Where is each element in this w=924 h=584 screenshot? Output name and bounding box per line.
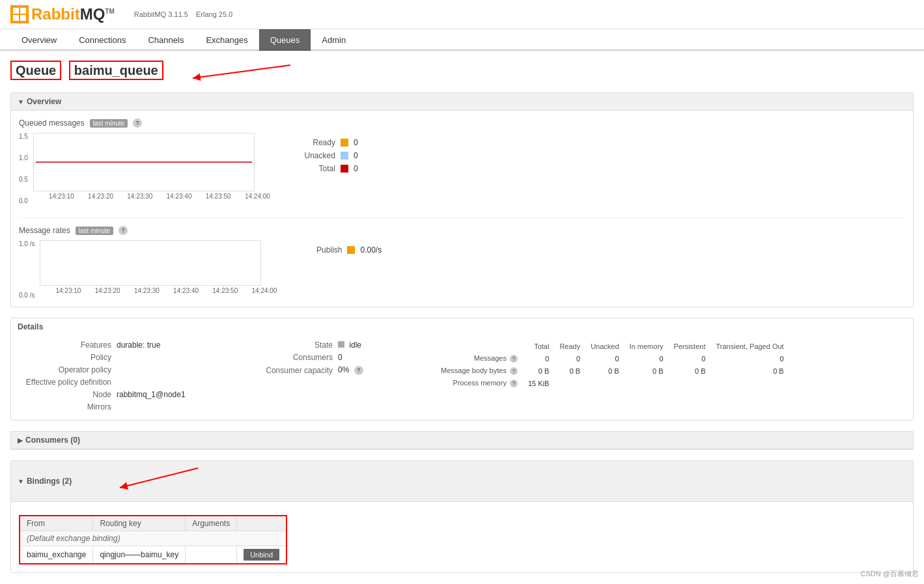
consumer-capacity-label: Consumer capacity <box>240 366 338 375</box>
overview-label: Overview <box>27 97 61 106</box>
queued-messages-x-labels: 14:23:10 14:23:20 14:23:30 14:23:40 14:2… <box>49 193 270 200</box>
nav-queues[interactable]: Queues <box>259 29 311 51</box>
effective-policy-label: Effective policy definition <box>19 378 117 387</box>
legend-ready: Ready 0 <box>296 138 358 147</box>
node-row: Node rabbitmq_1@node1 <box>19 390 214 399</box>
x-label-0: 14:23:10 <box>49 193 74 200</box>
bytes-unacked: 0 B <box>585 365 624 377</box>
header: RabbitMQTM RabbitMQ 3.11.5 Erlang 25.0 <box>0 0 924 29</box>
mr-x-1: 14:23:20 <box>95 287 120 294</box>
consumer-capacity-help[interactable]: ? <box>354 366 363 375</box>
features-row: Features durable: true <box>19 341 214 350</box>
bindings-section-header[interactable]: ▼ Bindings (2) <box>11 461 913 502</box>
msg-unacked: 0 <box>585 352 624 365</box>
consumers-label: Consumers <box>240 353 338 362</box>
process-memory-row: Process memory ? 15 KiB <box>436 377 789 389</box>
queued-messages-legend: Ready 0 Unacked 0 Total 0 <box>296 133 358 173</box>
overview-section: ▼ Overview Queued messages last minute ?… <box>10 92 914 307</box>
queued-messages-help[interactable]: ? <box>133 118 142 128</box>
messages-row-label: Messages ? <box>436 352 523 365</box>
svg-rect-1 <box>20 8 26 14</box>
y-label-0.5: 0.5 <box>19 176 28 183</box>
state-text: idle <box>349 341 361 350</box>
queue-name-badge: baimu_queue <box>69 61 163 80</box>
legend-total-dot <box>341 165 348 173</box>
logo: RabbitMQTM <box>10 5 115 23</box>
nav-channels[interactable]: Channels <box>137 29 195 51</box>
message-rates-help[interactable]: ? <box>119 226 128 235</box>
logo-brand: RabbitMQTM <box>31 5 115 23</box>
queued-messages-chart-container: 1.5 1.0 0.5 0.0 14 <box>19 133 905 204</box>
mr-x-2: 14:23:30 <box>134 287 160 294</box>
legend-unacked-value: 0 <box>354 151 358 160</box>
legend-ready-label: Ready <box>296 138 335 147</box>
unbind-button[interactable]: Unbind <box>244 549 279 561</box>
nav-overview[interactable]: Overview <box>10 29 68 51</box>
arrow-annotation-1 <box>180 59 323 85</box>
queued-messages-chart-wrap: 14:23:10 14:23:20 14:23:30 14:23:40 14:2… <box>33 133 270 204</box>
bindings-section-body: From Routing key Arguments (Default exch… <box>11 502 913 572</box>
nav-connections[interactable]: Connections <box>68 29 137 51</box>
state-label: State <box>240 341 338 350</box>
legend-publish-value: 0.00/s <box>360 245 382 255</box>
node-label: Node <box>19 390 117 399</box>
bytes-inmemory: 0 B <box>624 365 669 377</box>
legend-unacked-dot <box>341 152 348 160</box>
page-content: Queue baimu_queue ▼ Overview Queued mess… <box>0 51 924 584</box>
msg-transient: 0 <box>710 352 789 365</box>
msg-bytes-label: Message body bytes ? <box>436 365 523 377</box>
consumer-capacity-value: 0% ? <box>338 365 363 375</box>
legend-ready-dot <box>341 139 348 146</box>
default-binding-row: (Default exchange binding) <box>20 531 287 546</box>
page-title-prefix: Queue <box>10 61 61 80</box>
watermark: CSDN @百慕倾君 <box>861 569 919 579</box>
message-rates-title-row: Message rates last minute ? <box>19 226 905 235</box>
bindings-arrow: ▼ <box>18 478 24 485</box>
svg-line-6 <box>120 468 198 488</box>
message-rates-block: Message rates last minute ? 1.0 /s 0.0 /… <box>19 217 905 299</box>
overview-arrow: ▼ <box>18 98 24 105</box>
legend-publish-label: Publish <box>303 245 342 255</box>
page-title-row: Queue baimu_queue <box>10 59 914 85</box>
details-mid-col: State idle Consumers 0 Consumer capacity <box>240 341 410 415</box>
messages-help[interactable]: ? <box>510 355 518 363</box>
binding-routing-key: qingjun——baimu_key <box>93 546 186 564</box>
msg-col-inmemory: In memory <box>624 341 669 352</box>
binding-col-routing: Routing key <box>93 516 186 531</box>
version-info: RabbitMQ 3.11.5 <box>134 10 188 18</box>
bindings-table: From Routing key Arguments (Default exch… <box>19 515 287 564</box>
consumers-label: Consumers (0) <box>25 436 80 445</box>
y-label-0.0s: 0.0 /s <box>19 292 35 299</box>
msg-ready: 0 <box>554 352 585 365</box>
consumers-row: Consumers 0 <box>240 353 410 362</box>
consumers-section: ▶ Consumers (0) <box>10 431 914 450</box>
legend-publish-dot <box>347 246 355 254</box>
policy-row: Policy <box>19 353 214 362</box>
details-right-col: Total Ready Unacked In memory Persistent… <box>436 341 905 415</box>
legend-total-value: 0 <box>354 164 358 173</box>
message-body-bytes-row: Message body bytes ? 0 B 0 B 0 B 0 B 0 B… <box>436 365 789 377</box>
proc-mem-help[interactable]: ? <box>510 380 518 387</box>
binding-row: baimu_exchange qingjun——baimu_key Unbind <box>20 546 287 564</box>
legend-ready-value: 0 <box>354 138 358 147</box>
binding-action: Unbind <box>237 546 287 564</box>
overview-section-body: Queued messages last minute ? 1.5 1.0 0.… <box>11 111 913 307</box>
proc-mem-value: 15 KiB <box>523 377 554 389</box>
nav-exchanges[interactable]: Exchanges <box>195 29 259 51</box>
details-left-col: Features durable: true Policy Operator p… <box>19 341 214 415</box>
msg-col-unacked: Unacked <box>585 341 624 352</box>
y-label-1.0s: 1.0 /s <box>19 240 35 247</box>
msg-bytes-help[interactable]: ? <box>510 367 518 375</box>
msg-total: 0 <box>523 352 554 365</box>
operator-policy-label: Operator policy <box>19 365 117 374</box>
x-label-4: 14:23:50 <box>206 193 231 200</box>
consumers-section-header[interactable]: ▶ Consumers (0) <box>11 432 913 449</box>
overview-section-header[interactable]: ▼ Overview <box>11 93 913 111</box>
state-value: idle <box>338 341 361 350</box>
consumers-arrow: ▶ <box>18 437 23 444</box>
nav-admin[interactable]: Admin <box>311 29 357 51</box>
state-row: State idle <box>240 341 410 350</box>
mr-x-0: 14:23:10 <box>55 287 81 294</box>
node-value: rabbitmq_1@node1 <box>117 390 186 399</box>
y-label-0.0: 0.0 <box>19 197 28 204</box>
